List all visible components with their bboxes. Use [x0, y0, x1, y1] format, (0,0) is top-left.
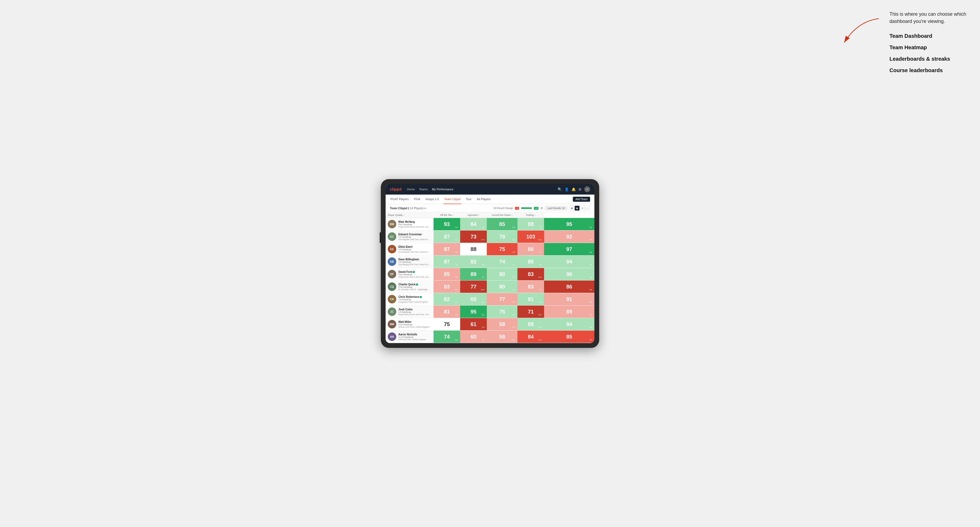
- player-cell[interactable]: AN Aaron Nicholls 11-15 Handicap Drift G…: [386, 331, 434, 343]
- player-cell[interactable]: JC Josh Coles 1-5 Handicap Royal North D…: [386, 306, 434, 317]
- score-change: 1▼: [539, 226, 542, 228]
- score-change: 8▲: [482, 314, 485, 316]
- nav-items: Home Teams My Performance: [407, 187, 558, 191]
- score-value: 103: [526, 234, 535, 240]
- score-value: 92: [566, 234, 572, 240]
- score-box: 74 8▲: [434, 330, 460, 343]
- nav-item-home[interactable]: Home: [407, 187, 415, 191]
- score-value: 81: [528, 296, 534, 302]
- search-icon[interactable]: 🔍: [558, 187, 562, 191]
- score-cell: 85 3▼: [434, 268, 460, 281]
- score-box: 81 4▲: [517, 293, 544, 305]
- player-club: Gog Magog Golf Club, United Kingdom: [398, 263, 430, 266]
- score-change: 4▲: [455, 226, 458, 228]
- nav-item-performance[interactable]: My Performance: [432, 187, 453, 191]
- player-cell[interactable]: CQ Charlie Quick 6-10 Handicap St. Georg…: [386, 281, 434, 292]
- score-change: 11▼: [538, 314, 542, 316]
- score-value: 96: [566, 271, 572, 277]
- bell-icon[interactable]: 🔔: [571, 187, 576, 191]
- player-handicap: 1-5 Handicap: [398, 298, 431, 301]
- add-team-button[interactable]: Add Team: [573, 197, 590, 202]
- score-cell: 82 3▲: [434, 293, 460, 306]
- user-avatar[interactable]: U: [584, 186, 590, 192]
- player-cell[interactable]: BM Blair McHarg Plus Handicap Royal Nort…: [386, 218, 434, 230]
- settings-icon[interactable]: ⚙: [578, 187, 582, 191]
- score-change: 1▲: [589, 264, 592, 266]
- avatar: CQ: [388, 283, 396, 291]
- score-box: 91 3▼: [544, 293, 594, 305]
- score-change: 3▲: [512, 276, 515, 278]
- score-value: 58: [499, 334, 505, 340]
- player-handicap: 11-15 Handicap: [398, 336, 431, 338]
- player-info: Blair McHarg Plus Handicap Royal North D…: [398, 221, 431, 228]
- table-row: EC Edward Crossman 1-5 Handicap Sunningd…: [386, 230, 594, 243]
- score-cell: 95 8▲: [460, 306, 487, 318]
- score-cell: 81 4▲: [517, 293, 544, 306]
- score-cell: 89 2▼: [544, 306, 594, 318]
- score-cell: 89 7▲: [460, 268, 487, 281]
- score-box: 88 1▼: [517, 218, 544, 230]
- annotation-item: Team Heatmap: [889, 44, 975, 51]
- player-cell[interactable]: MM Matt Miller 6-10 Handicap Woburn Golf…: [386, 318, 434, 330]
- sub-nav: PGAT Players PGA Hcaps 1-5 Team Clippd T…: [386, 195, 594, 204]
- score-value: 60: [471, 296, 476, 302]
- score-change: 3▼: [512, 251, 515, 253]
- score-change: 3▼: [455, 251, 458, 253]
- score-change: 6▼: [539, 289, 542, 290]
- view-settings-icon[interactable]: ↕: [585, 206, 590, 211]
- person-icon[interactable]: 👤: [565, 187, 569, 191]
- tab-pga[interactable]: PGA: [414, 195, 421, 204]
- annotation-item: Leaderboards & streaks: [889, 56, 975, 62]
- player-name: Elliot Ebert: [398, 245, 431, 248]
- view-heatmap-icon[interactable]: ≡: [580, 206, 585, 211]
- player-info: Matt Miller 6-10 Handicap Woburn Golf Cl…: [398, 321, 431, 328]
- tab-pgat-players[interactable]: PGAT Players: [390, 195, 409, 204]
- player-info: Aaron Nicholls 11-15 Handicap Drift Golf…: [398, 333, 431, 341]
- annotation-intro: This is where you can choose which dashb…: [889, 11, 975, 25]
- player-cell[interactable]: CR Chris Robertson 1-5 Handicap Craigmil…: [386, 293, 434, 305]
- score-box: 82 4▲: [460, 256, 487, 268]
- score-box: 93 4▲: [434, 218, 460, 230]
- score-value: 91: [566, 296, 572, 302]
- score-cell: 91 3▼: [544, 293, 594, 306]
- team-header: Team Clippd | 14 Players ✏ 20 Round Chan…: [386, 204, 594, 213]
- nav-item-teams[interactable]: Teams: [419, 187, 428, 191]
- data-table-container[interactable]: Player Quality ↓ Off the Tee ↓ Approach …: [386, 213, 594, 343]
- last-rounds-button[interactable]: Last Rounds: 20: [545, 206, 567, 210]
- score-change: 4▼: [589, 339, 592, 341]
- score-value: 73: [471, 234, 476, 240]
- score-cell: 71 11▼: [517, 306, 544, 318]
- score-cell: 80 1▲: [487, 281, 517, 293]
- verified-icon: [420, 296, 422, 298]
- score-value: 85: [499, 221, 505, 227]
- score-value: 89: [566, 309, 572, 315]
- player-cell[interactable]: DB Dave Billingham 1-5 Handicap Gog Mago…: [386, 256, 434, 268]
- score-box: 94 3▲: [544, 318, 594, 330]
- score-change: 3▼: [589, 239, 592, 241]
- score-box: 86 8▼: [544, 281, 594, 293]
- tab-team-clippd[interactable]: Team Clippd: [444, 195, 461, 204]
- player-handicap: 6-10 Handicap: [398, 286, 431, 288]
- score-cell: 86 8▼: [544, 281, 594, 293]
- player-handicap: 6-10 Handicap: [398, 323, 431, 326]
- score-cell: 103 15▲: [517, 230, 544, 243]
- score-cell: 74 1▲: [487, 256, 517, 268]
- view-grid-small-icon[interactable]: ⊞: [570, 206, 574, 211]
- player-cell[interactable]: EC Edward Crossman 1-5 Handicap Sunningd…: [386, 231, 434, 243]
- tab-all-players[interactable]: All Players: [476, 195, 492, 204]
- score-value: 81: [444, 309, 450, 315]
- tab-tour[interactable]: Tour: [465, 195, 472, 204]
- edit-icon[interactable]: ✏: [424, 207, 426, 210]
- col-header-putting: Putting ↓: [517, 213, 544, 218]
- player-name: Dave Billingham: [398, 258, 431, 261]
- player-club: Royal North Devon Golf Club, United King…: [398, 226, 430, 228]
- avatar: DB: [388, 257, 396, 266]
- player-cell[interactable]: EE Elliot Ebert 1-5 Handicap Sunningdale…: [386, 243, 434, 255]
- score-box: 83 3▼: [434, 281, 460, 293]
- avatar: CR: [388, 295, 396, 303]
- score-box: 84 6▲: [460, 218, 487, 230]
- player-cell[interactable]: DF David Ford Plus Handicap Royal North …: [386, 268, 434, 280]
- score-change: 14▼: [481, 289, 485, 290]
- view-grid-large-icon[interactable]: ▦: [575, 206, 579, 211]
- tab-hcaps[interactable]: Hcaps 1-5: [425, 195, 439, 204]
